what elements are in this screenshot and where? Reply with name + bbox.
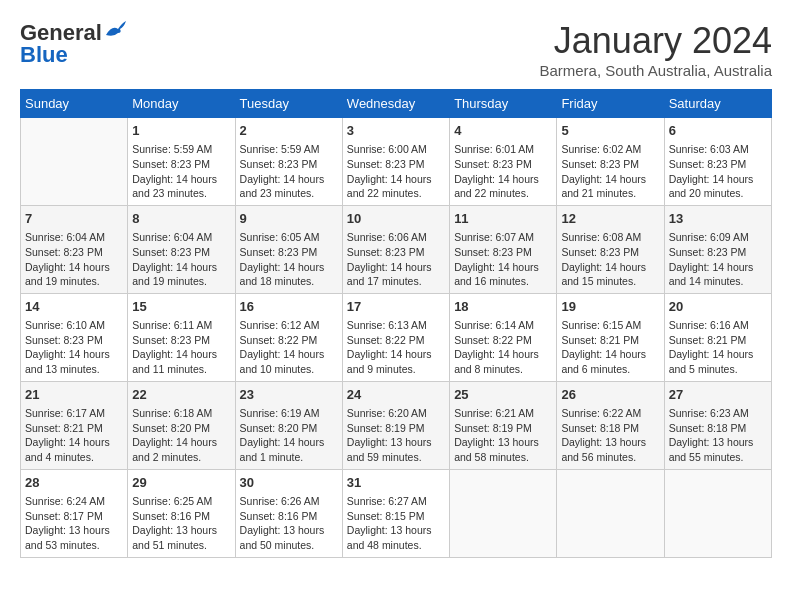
day-info: Sunrise: 6:25 AMSunset: 8:16 PMDaylight:… [132,494,230,553]
calendar-header-row: SundayMondayTuesdayWednesdayThursdayFrid… [21,90,772,118]
day-info: Sunrise: 6:07 AMSunset: 8:23 PMDaylight:… [454,230,552,289]
week-row-5: 28Sunrise: 6:24 AMSunset: 8:17 PMDayligh… [21,469,772,557]
day-info: Sunrise: 6:20 AMSunset: 8:19 PMDaylight:… [347,406,445,465]
day-cell: 1Sunrise: 5:59 AMSunset: 8:23 PMDaylight… [128,118,235,206]
day-number: 27 [669,386,767,404]
day-cell: 13Sunrise: 6:09 AMSunset: 8:23 PMDayligh… [664,205,771,293]
day-cell [557,469,664,557]
day-cell: 23Sunrise: 6:19 AMSunset: 8:20 PMDayligh… [235,381,342,469]
day-number: 31 [347,474,445,492]
day-info: Sunrise: 6:22 AMSunset: 8:18 PMDaylight:… [561,406,659,465]
day-cell: 6Sunrise: 6:03 AMSunset: 8:23 PMDaylight… [664,118,771,206]
day-number: 4 [454,122,552,140]
day-cell: 10Sunrise: 6:06 AMSunset: 8:23 PMDayligh… [342,205,449,293]
day-cell: 16Sunrise: 6:12 AMSunset: 8:22 PMDayligh… [235,293,342,381]
page-header: General Blue January 2024 Barmera, South… [20,20,772,79]
day-number: 15 [132,298,230,316]
day-cell [664,469,771,557]
day-number: 29 [132,474,230,492]
day-number: 28 [25,474,123,492]
day-info: Sunrise: 6:23 AMSunset: 8:18 PMDaylight:… [669,406,767,465]
day-header-saturday: Saturday [664,90,771,118]
day-info: Sunrise: 6:12 AMSunset: 8:22 PMDaylight:… [240,318,338,377]
day-info: Sunrise: 6:16 AMSunset: 8:21 PMDaylight:… [669,318,767,377]
day-header-tuesday: Tuesday [235,90,342,118]
day-number: 8 [132,210,230,228]
logo: General Blue [20,20,126,68]
day-cell: 4Sunrise: 6:01 AMSunset: 8:23 PMDaylight… [450,118,557,206]
day-info: Sunrise: 6:03 AMSunset: 8:23 PMDaylight:… [669,142,767,201]
day-cell: 15Sunrise: 6:11 AMSunset: 8:23 PMDayligh… [128,293,235,381]
day-cell: 18Sunrise: 6:14 AMSunset: 8:22 PMDayligh… [450,293,557,381]
day-cell: 21Sunrise: 6:17 AMSunset: 8:21 PMDayligh… [21,381,128,469]
month-title: January 2024 [539,20,772,62]
day-number: 30 [240,474,338,492]
day-cell: 9Sunrise: 6:05 AMSunset: 8:23 PMDaylight… [235,205,342,293]
day-info: Sunrise: 5:59 AMSunset: 8:23 PMDaylight:… [132,142,230,201]
day-info: Sunrise: 6:18 AMSunset: 8:20 PMDaylight:… [132,406,230,465]
day-info: Sunrise: 6:27 AMSunset: 8:15 PMDaylight:… [347,494,445,553]
calendar-table: SundayMondayTuesdayWednesdayThursdayFrid… [20,89,772,558]
day-cell: 5Sunrise: 6:02 AMSunset: 8:23 PMDaylight… [557,118,664,206]
day-number: 6 [669,122,767,140]
logo-bird-icon [104,21,126,39]
day-number: 3 [347,122,445,140]
day-number: 17 [347,298,445,316]
week-row-1: 1Sunrise: 5:59 AMSunset: 8:23 PMDaylight… [21,118,772,206]
day-info: Sunrise: 6:00 AMSunset: 8:23 PMDaylight:… [347,142,445,201]
day-cell: 17Sunrise: 6:13 AMSunset: 8:22 PMDayligh… [342,293,449,381]
day-cell: 7Sunrise: 6:04 AMSunset: 8:23 PMDaylight… [21,205,128,293]
day-info: Sunrise: 6:26 AMSunset: 8:16 PMDaylight:… [240,494,338,553]
day-number: 26 [561,386,659,404]
day-header-sunday: Sunday [21,90,128,118]
day-info: Sunrise: 6:21 AMSunset: 8:19 PMDaylight:… [454,406,552,465]
week-row-2: 7Sunrise: 6:04 AMSunset: 8:23 PMDaylight… [21,205,772,293]
day-header-wednesday: Wednesday [342,90,449,118]
day-number: 13 [669,210,767,228]
day-number: 23 [240,386,338,404]
day-number: 1 [132,122,230,140]
day-cell [450,469,557,557]
day-number: 12 [561,210,659,228]
day-info: Sunrise: 6:09 AMSunset: 8:23 PMDaylight:… [669,230,767,289]
day-info: Sunrise: 6:08 AMSunset: 8:23 PMDaylight:… [561,230,659,289]
title-block: January 2024 Barmera, South Australia, A… [539,20,772,79]
day-info: Sunrise: 6:04 AMSunset: 8:23 PMDaylight:… [132,230,230,289]
day-info: Sunrise: 6:10 AMSunset: 8:23 PMDaylight:… [25,318,123,377]
day-info: Sunrise: 6:04 AMSunset: 8:23 PMDaylight:… [25,230,123,289]
day-cell: 26Sunrise: 6:22 AMSunset: 8:18 PMDayligh… [557,381,664,469]
day-cell: 11Sunrise: 6:07 AMSunset: 8:23 PMDayligh… [450,205,557,293]
day-cell: 2Sunrise: 5:59 AMSunset: 8:23 PMDaylight… [235,118,342,206]
day-number: 19 [561,298,659,316]
day-cell: 8Sunrise: 6:04 AMSunset: 8:23 PMDaylight… [128,205,235,293]
day-header-monday: Monday [128,90,235,118]
day-cell: 30Sunrise: 6:26 AMSunset: 8:16 PMDayligh… [235,469,342,557]
day-number: 18 [454,298,552,316]
day-number: 14 [25,298,123,316]
day-number: 9 [240,210,338,228]
day-cell: 19Sunrise: 6:15 AMSunset: 8:21 PMDayligh… [557,293,664,381]
day-cell: 31Sunrise: 6:27 AMSunset: 8:15 PMDayligh… [342,469,449,557]
day-cell: 3Sunrise: 6:00 AMSunset: 8:23 PMDaylight… [342,118,449,206]
week-row-4: 21Sunrise: 6:17 AMSunset: 8:21 PMDayligh… [21,381,772,469]
day-cell: 22Sunrise: 6:18 AMSunset: 8:20 PMDayligh… [128,381,235,469]
day-cell [21,118,128,206]
day-number: 10 [347,210,445,228]
day-cell: 25Sunrise: 6:21 AMSunset: 8:19 PMDayligh… [450,381,557,469]
week-row-3: 14Sunrise: 6:10 AMSunset: 8:23 PMDayligh… [21,293,772,381]
day-number: 5 [561,122,659,140]
day-info: Sunrise: 6:11 AMSunset: 8:23 PMDaylight:… [132,318,230,377]
day-info: Sunrise: 6:24 AMSunset: 8:17 PMDaylight:… [25,494,123,553]
day-number: 22 [132,386,230,404]
day-number: 2 [240,122,338,140]
day-number: 25 [454,386,552,404]
day-info: Sunrise: 6:14 AMSunset: 8:22 PMDaylight:… [454,318,552,377]
day-number: 16 [240,298,338,316]
day-info: Sunrise: 6:13 AMSunset: 8:22 PMDaylight:… [347,318,445,377]
day-info: Sunrise: 6:19 AMSunset: 8:20 PMDaylight:… [240,406,338,465]
day-cell: 29Sunrise: 6:25 AMSunset: 8:16 PMDayligh… [128,469,235,557]
location-subtitle: Barmera, South Australia, Australia [539,62,772,79]
day-cell: 28Sunrise: 6:24 AMSunset: 8:17 PMDayligh… [21,469,128,557]
day-header-friday: Friday [557,90,664,118]
day-info: Sunrise: 5:59 AMSunset: 8:23 PMDaylight:… [240,142,338,201]
